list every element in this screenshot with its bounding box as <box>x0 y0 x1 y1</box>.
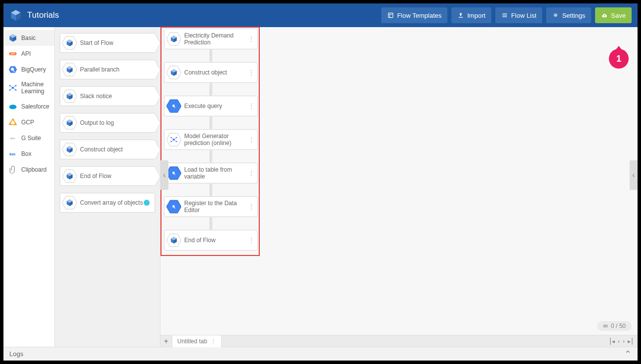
sidebar-item-label: Machine Learning <box>21 81 49 95</box>
flow-node-register-editor[interactable]: Register to the Data Editor ⋮ <box>164 196 258 217</box>
sidebar-item-label: Basic <box>21 35 36 41</box>
flow-canvas[interactable]: ‹ ‹ Electricity Demand Prediction ⋮ Cons… <box>160 27 638 347</box>
box-icon <box>62 195 77 210</box>
flow-connector <box>209 183 212 196</box>
more-icon[interactable]: ⋮ <box>248 35 254 43</box>
button-label: Save <box>611 12 626 19</box>
arrow-right-icon <box>155 34 160 53</box>
palette-item-end-of-flow[interactable]: End of Flow <box>60 166 155 186</box>
more-icon[interactable]: ⋮ <box>248 203 254 211</box>
box-icon <box>62 115 77 130</box>
sidebar-item-basic[interactable]: Basic <box>3 30 54 46</box>
flow-list-button[interactable]: Flow List <box>495 7 542 23</box>
palette-item-label: Parallel branch <box>80 66 120 73</box>
palette-item-label: Slack notice <box>80 93 112 100</box>
palette-item-label: Convert array of objects <box>80 199 143 206</box>
flow-node-load-to-table[interactable]: Load to table from variable ⋮ <box>164 163 258 183</box>
sidebar-item-label: GCP <box>21 119 34 126</box>
flow-node-execute-query[interactable]: Execute query ⋮ <box>164 96 258 116</box>
button-label: Flow List <box>511 12 536 19</box>
settings-button[interactable]: Settings <box>546 7 591 23</box>
flow-node-model-generator[interactable]: Model Generator prediction (online) ⋮ <box>164 129 258 150</box>
flow-node-label: Construct object <box>184 69 227 76</box>
sidebar-item-box[interactable]: Box <box>3 146 54 162</box>
bigquery-icon <box>8 65 17 74</box>
collapse-left-handle[interactable]: ‹ <box>160 160 168 190</box>
tab-label: Untitled tab <box>177 338 207 345</box>
sidebar-item-label: Clipboard <box>21 166 46 173</box>
tab-prev-button[interactable]: ‹ <box>618 338 620 345</box>
tab-first-button[interactable]: ⎮◂ <box>609 338 615 345</box>
ml-icon <box>8 83 17 92</box>
palette-item-label: End of Flow <box>80 173 111 180</box>
main: Basic API BigQuery Machine Learning Sale… <box>3 27 638 347</box>
logs-label: Logs <box>9 350 23 358</box>
sidebar-item-gcp[interactable]: GCP <box>3 114 54 130</box>
box-icon <box>62 36 77 50</box>
box-icon <box>166 32 181 46</box>
salesforce-icon <box>8 102 17 111</box>
palette-item-parallel-branch[interactable]: Parallel branch <box>60 60 155 79</box>
flow-node-end-of-flow[interactable]: End of Flow ⋮ <box>164 230 258 251</box>
sidebar-item-label: Box <box>21 150 32 157</box>
sidebar-item-gsuite[interactable]: G Suite <box>3 130 54 146</box>
box-icon <box>62 89 77 104</box>
import-button[interactable]: Import <box>451 7 491 23</box>
flow-node-label: Execute query <box>184 103 222 109</box>
sidebar-item-api[interactable]: API <box>3 46 54 62</box>
collapse-right-handle[interactable]: ‹ <box>630 160 638 190</box>
palette-item-label: Construct object <box>80 146 123 153</box>
flow-node-label: End of Flow <box>184 237 215 244</box>
save-button[interactable]: Save <box>595 7 632 23</box>
flow-connector <box>209 83 212 96</box>
more-icon[interactable]: ⋮ <box>248 236 254 244</box>
flow-node-label: Register to the Data Editor <box>184 200 247 214</box>
node-counter: 0 / 50 <box>597 321 632 331</box>
add-tab-button[interactable]: + <box>160 335 172 347</box>
more-icon[interactable]: ⋮ <box>248 136 254 144</box>
arrow-right-icon <box>155 60 160 80</box>
more-icon[interactable]: ⋮ <box>248 69 254 76</box>
flow-node-label: Load to table from variable <box>184 166 247 180</box>
header: Tutorials Flow Templates Import Flow Lis… <box>3 3 638 27</box>
flow-connector <box>209 49 212 62</box>
chevron-up-icon[interactable]: ⌃ <box>624 349 632 360</box>
palette-item-start-of-flow[interactable]: Start of Flow <box>60 33 155 53</box>
sidebar-item-label: API <box>21 50 31 57</box>
flow-node-construct-object[interactable]: Construct object ⋮ <box>164 62 258 83</box>
flow-connector <box>209 116 212 129</box>
more-icon[interactable]: ⋮ <box>210 338 216 345</box>
bigquery-icon <box>166 99 181 113</box>
button-label: Settings <box>562 12 585 19</box>
palette-item-convert-array[interactable]: Convert array of objects <box>60 193 155 213</box>
sidebar-item-ml[interactable]: Machine Learning <box>3 77 54 99</box>
tab-nav: ⎮◂ ‹ › ▸⎮ <box>605 338 638 345</box>
palette-item-construct-object[interactable]: Construct object <box>60 140 155 159</box>
palette-item-slack-notice[interactable]: Slack notice <box>60 86 155 106</box>
logs-panel-header[interactable]: Logs ⌃ <box>3 347 638 361</box>
tab-untitled[interactable]: Untitled tab ⋮ <box>172 335 222 347</box>
flow-node-electricity-demand[interactable]: Electricity Demand Prediction ⋮ <box>164 29 258 49</box>
logo[interactable]: Tutorials <box>9 9 59 22</box>
sidebar-item-bigquery[interactable]: BigQuery <box>3 62 54 77</box>
annotation-number: 1 <box>616 54 621 64</box>
sidebar-item-clipboard[interactable]: Clipboard <box>3 162 54 178</box>
box-icon <box>62 169 77 183</box>
tab-next-button[interactable]: › <box>623 338 625 345</box>
arrow-right-icon <box>155 140 160 160</box>
cloud-save-icon <box>601 12 608 19</box>
more-icon[interactable]: ⋮ <box>248 102 254 110</box>
more-icon[interactable]: ⋮ <box>248 169 254 177</box>
upload-icon <box>457 12 464 19</box>
flow-templates-button[interactable]: Flow Templates <box>381 7 447 23</box>
box-icon <box>62 142 77 157</box>
palette-item-label: Output to log <box>80 119 114 126</box>
palette-item-output-to-log[interactable]: Output to log <box>60 113 155 133</box>
tab-strip: + Untitled tab ⋮ ⎮◂ ‹ › ▸⎮ <box>160 335 638 347</box>
counter-text: 0 / 50 <box>611 323 626 329</box>
header-buttons: Flow Templates Import Flow List Settings… <box>381 7 632 23</box>
box-icon <box>8 34 17 42</box>
sidebar-item-salesforce[interactable]: Salesforce <box>3 99 54 114</box>
tab-last-button[interactable]: ▸⎮ <box>628 338 634 345</box>
box-icon <box>166 233 181 248</box>
